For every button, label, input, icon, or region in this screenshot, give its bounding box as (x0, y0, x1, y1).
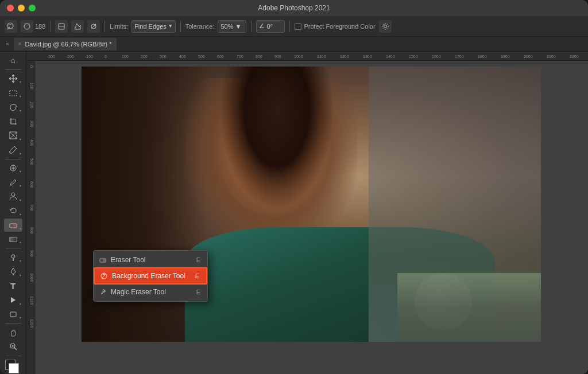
eraser-tool-menu-item[interactable]: Eraser Tool E (94, 252, 207, 267)
toolbar-sep-5 (5, 356, 21, 356)
main-area: ⌂ ▾ ▾ ▾ ▾ ▾ ▾ ▾ (0, 52, 588, 374)
toolbar-sep-1 (5, 69, 21, 70)
ruler-v-mark: 400 (30, 139, 34, 146)
svg-rect-19 (10, 237, 17, 241)
frame-tool[interactable]: ▾ (4, 129, 22, 142)
limits-label: Limits: (110, 23, 128, 30)
toolbar: ⌂ ▾ ▾ ▾ ▾ ▾ ▾ ▾ (0, 52, 26, 374)
svg-line-13 (14, 146, 17, 149)
canvas-area: -300 -200 -100 0 100 200 300 400 500 600… (26, 52, 588, 374)
ruler-h-mark: 1200 (340, 54, 349, 59)
path-select-tool[interactable]: ▾ (4, 294, 22, 307)
protect-foreground-row[interactable]: Protect Foreground Color (295, 23, 375, 30)
ruler-v-mark: 100 (30, 83, 34, 89)
tab-close-icon[interactable]: × (18, 41, 22, 47)
ruler-h-mark: -100 (85, 54, 93, 59)
tolerance-chevron: ▼ (235, 23, 242, 30)
ruler-h-mark: 1400 (386, 54, 395, 59)
background-eraser-icon (99, 271, 109, 280)
protect-foreground-label: Protect Foreground Color (304, 23, 375, 30)
pen-tool[interactable]: ▾ (4, 265, 22, 278)
brush-size-value: 188 (35, 23, 45, 30)
separator-3 (180, 21, 181, 32)
marquee-tool[interactable]: ▾ (4, 86, 22, 99)
move-tool[interactable]: ▾ (4, 72, 22, 85)
window-controls (7, 5, 36, 11)
brush-preview (21, 20, 33, 33)
ruler-v-mark: 0 (30, 65, 34, 68)
ruler-v-mark: 1200 (30, 319, 34, 328)
ruler-v-mark: 500 (30, 158, 34, 165)
background-eraser-tool-menu-item[interactable]: Background Eraser Tool E (94, 267, 207, 285)
background-eraser-shortcut: E (195, 272, 199, 279)
ruler-h-mark: -300 (47, 54, 55, 59)
ruler-h-mark: 1300 (363, 54, 372, 59)
app-title: Adobe Photoshop 2021 (258, 4, 330, 12)
canvas-viewport[interactable]: Eraser Tool E Background Eraser Tool E (36, 61, 588, 374)
tab-david[interactable]: × David.jpg @ 66,7% (RGB/8#) * (14, 38, 117, 50)
text-tool[interactable]: T (4, 279, 22, 293)
eraser-tool-shortcut: E (196, 256, 200, 263)
ruler-h-mark: 1600 (432, 54, 441, 59)
gradient-tool[interactable]: ▾ (4, 233, 22, 246)
ruler-h-mark: 2100 (547, 54, 556, 59)
maximize-button[interactable] (29, 5, 36, 11)
home-button[interactable]: ⌂ (4, 54, 22, 67)
shape-tool[interactable]: ▾ (4, 308, 22, 321)
fg-bg-color[interactable] (5, 360, 21, 372)
tolerance-field[interactable]: 50% ▼ (218, 20, 246, 33)
background-eraser-label: Background Eraser Tool (112, 272, 192, 280)
brush-mode-2[interactable] (71, 20, 84, 33)
ruler-vertical: 0 100 200 300 400 500 600 700 800 900 10… (26, 61, 36, 374)
magic-eraser-tool-menu-item[interactable]: Magic Eraser Tool E (94, 285, 207, 299)
tab-expand[interactable]: » (3, 41, 11, 47)
separator-2 (105, 21, 105, 32)
history-brush-tool[interactable]: ▾ (4, 204, 22, 217)
svg-rect-9 (10, 91, 17, 96)
stamp-tool[interactable]: ▾ (4, 190, 22, 203)
svg-point-3 (24, 24, 30, 29)
ruler-h-mark: 1900 (501, 54, 510, 59)
svg-rect-27 (103, 259, 106, 262)
close-button[interactable] (7, 5, 14, 11)
svg-point-29 (103, 274, 105, 275)
brush-mode-3[interactable] (87, 20, 100, 33)
dodge-tool[interactable]: ▾ (4, 251, 22, 264)
ruler-h-mark: -200 (66, 54, 74, 59)
tab-name: David.jpg @ 66,7% (RGB/8#) * (25, 41, 111, 48)
angle-symbol: ∠ (259, 22, 265, 30)
brush-size-control[interactable]: 188 (21, 20, 45, 33)
eraser-tool[interactable]: ▾ (4, 219, 22, 232)
ruler-h-mark: 2000 (524, 54, 533, 59)
ruler-h-mark: 300 (160, 54, 167, 59)
protect-foreground-checkbox[interactable] (295, 23, 301, 30)
toolbar-sep-2 (5, 159, 21, 159)
ruler-v-mark: 900 (30, 250, 34, 257)
ruler-h-track: -300 -200 -100 0 100 200 300 400 500 600… (36, 52, 588, 61)
ruler-v-mark: 300 (30, 120, 34, 127)
svg-point-15 (11, 193, 15, 196)
ruler-h-mark: 500 (198, 54, 205, 59)
limits-dropdown[interactable]: Find Edges ▼ (131, 20, 176, 33)
brush-mode-1[interactable] (55, 20, 68, 33)
ruler-v-mark: 200 (30, 102, 34, 108)
hand-tool[interactable] (4, 326, 22, 339)
magic-eraser-icon (98, 287, 107, 297)
zoom-tool[interactable] (4, 340, 22, 353)
ruler-h-mark: 700 (237, 54, 243, 59)
content-row: 0 100 200 300 400 500 600 700 800 900 10… (26, 61, 588, 374)
ruler-h-mark: 2200 (570, 54, 579, 59)
minimize-button[interactable] (18, 5, 25, 11)
angle-field[interactable]: ∠ 0° (256, 20, 285, 33)
crop-tool[interactable] (4, 115, 22, 128)
ruler-h-mark: 600 (217, 54, 224, 59)
lasso-tool[interactable]: ▾ (4, 100, 22, 114)
svg-point-20 (11, 255, 15, 258)
current-tool-icon[interactable] (5, 20, 17, 33)
paint-brush-tool[interactable]: ▾ (4, 176, 22, 189)
settings-icon[interactable] (379, 20, 392, 33)
heal-tool[interactable]: ▾ (4, 161, 22, 174)
limits-chevron: ▼ (168, 24, 173, 29)
title-bar: Adobe Photoshop 2021 (0, 0, 588, 16)
eyedropper-tool[interactable]: ▾ (4, 143, 22, 157)
